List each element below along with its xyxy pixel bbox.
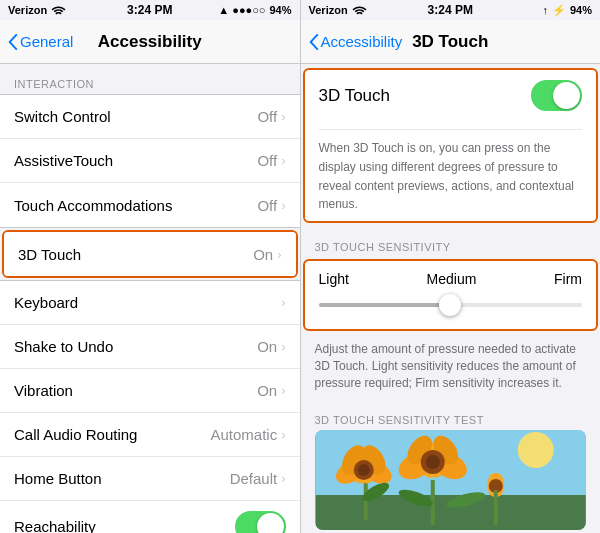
switch-control-row[interactable]: Switch Control Off › [0,95,300,139]
3d-touch-main-toggle[interactable] [531,80,582,111]
call-audio-value: Automatic [210,426,277,443]
touch-accommodations-label: Touch Accommodations [14,197,257,214]
carrier-left: Verizon [8,4,47,16]
chevron-icon: › [281,339,285,354]
time-left: 3:24 PM [103,3,198,17]
carrier-right: Verizon [309,4,348,16]
left-scroll-area[interactable]: INTERACTION Switch Control Off › Assisti… [0,64,300,533]
page-title-right: 3D Touch [412,32,488,52]
3d-touch-toggle-section: 3D Touch When 3D Touch is on, you can pr… [303,68,599,223]
vibration-row[interactable]: Vibration On › [0,369,300,413]
touch-accommodations-value: Off [257,197,277,214]
3d-touch-toggle-area: 3D Touch [305,70,597,129]
test-header: 3D TOUCH SENSITIVITY TEST [301,400,601,430]
label-light: Light [319,271,349,287]
slider-fill [319,303,451,307]
shake-undo-row[interactable]: Shake to Undo On › [0,325,300,369]
keyboard-row[interactable]: Keyboard › [0,281,300,325]
wifi-icon-right [352,5,367,16]
keyboard-label: Keyboard [14,294,281,311]
switch-control-label: Switch Control [14,108,257,125]
slider-section: Light Medium Firm [303,259,599,331]
location-right: ↑ [542,4,548,16]
bluetooth-right: ⚡ [552,4,566,17]
slider-track [319,303,583,307]
label-medium: Medium [427,271,477,287]
chevron-left-icon-right [309,34,319,50]
battery-left: 94% [269,4,291,16]
chevron-icon: › [277,247,281,262]
svg-point-20 [425,455,439,469]
flower-svg [315,430,587,530]
shake-undo-value: On [257,338,277,355]
page-title-left: Accessibility [98,32,202,52]
nav-header-right: Accessibility 3D Touch [301,20,601,64]
vibration-value: On [257,382,277,399]
reachability-toggle[interactable] [235,511,286,533]
battery-right: 94% [570,4,592,16]
assistive-touch-label: AssistiveTouch [14,152,257,169]
other-settings-group: Keyboard › Shake to Undo On › Vibration … [0,280,300,533]
chevron-icon: › [281,153,285,168]
3d-touch-row[interactable]: 3D Touch On › [4,232,296,276]
chevron-left-icon [8,34,18,50]
time-right: 3:24 PM [403,3,498,17]
reachability-label: Reachability [14,518,235,533]
interaction-header: INTERACTION [0,64,300,94]
touch-accommodations-row[interactable]: Touch Accommodations Off › [0,183,300,227]
back-button-left[interactable]: General [8,33,73,50]
nav-header-left: General Accessibility [0,20,300,64]
svg-point-1 [517,432,553,468]
label-firm: Firm [554,271,582,287]
call-audio-label: Call Audio Routing [14,426,210,443]
toggle-thumb-right [553,82,580,109]
3d-touch-label: 3D Touch [18,246,253,263]
slider-thumb[interactable] [439,294,461,316]
svg-rect-27 [493,490,497,525]
call-audio-row[interactable]: Call Audio Routing Automatic › [0,413,300,457]
status-bar-left: Verizon 3:24 PM ▲ ●●●○○ 94% [0,0,300,20]
3d-touch-value: On [253,246,273,263]
touch-toggle-row: 3D Touch [319,80,583,111]
slider-track-container[interactable] [319,295,583,315]
shake-undo-label: Shake to Undo [14,338,257,355]
assistive-touch-row[interactable]: AssistiveTouch Off › [0,139,300,183]
3d-touch-test-image[interactable] [315,430,587,530]
home-button-row[interactable]: Home Button Default › [0,457,300,501]
3d-touch-description: When 3D Touch is on, you can press on th… [319,141,574,211]
touch-description-area: When 3D Touch is on, you can press on th… [305,130,597,221]
chevron-icon: › [281,383,285,398]
slider-labels: Light Medium Firm [319,271,583,287]
chevron-icon: › [281,471,285,486]
home-button-value: Default [230,470,278,487]
chevron-icon: › [281,427,285,442]
toggle-thumb [257,513,284,533]
home-button-label: Home Button [14,470,230,487]
chevron-icon: › [281,109,285,124]
signal-left: ▲ ●●●○○ [218,4,265,16]
sensitivity-header: 3D TOUCH SENSITIVITY [301,227,601,257]
svg-point-11 [357,464,369,476]
back-button-right[interactable]: Accessibility [309,33,403,50]
assistive-touch-value: Off [257,152,277,169]
vibration-label: Vibration [14,382,257,399]
chevron-icon: › [281,295,285,310]
sensitivity-description: Adjust the amount of pressure needed to … [301,333,601,399]
reachability-row[interactable]: Reachability [0,501,300,533]
right-panel-content: 3D Touch When 3D Touch is on, you can pr… [301,64,601,533]
wifi-icon-left [51,5,66,16]
interaction-group: Switch Control Off › AssistiveTouch Off … [0,94,300,228]
status-bar-right: Verizon 3:24 PM ↑ ⚡ 94% [301,0,601,20]
3d-touch-group: 3D Touch On › [2,230,298,278]
switch-control-value: Off [257,108,277,125]
3d-touch-toggle-label: 3D Touch [319,86,391,106]
chevron-icon: › [281,198,285,213]
